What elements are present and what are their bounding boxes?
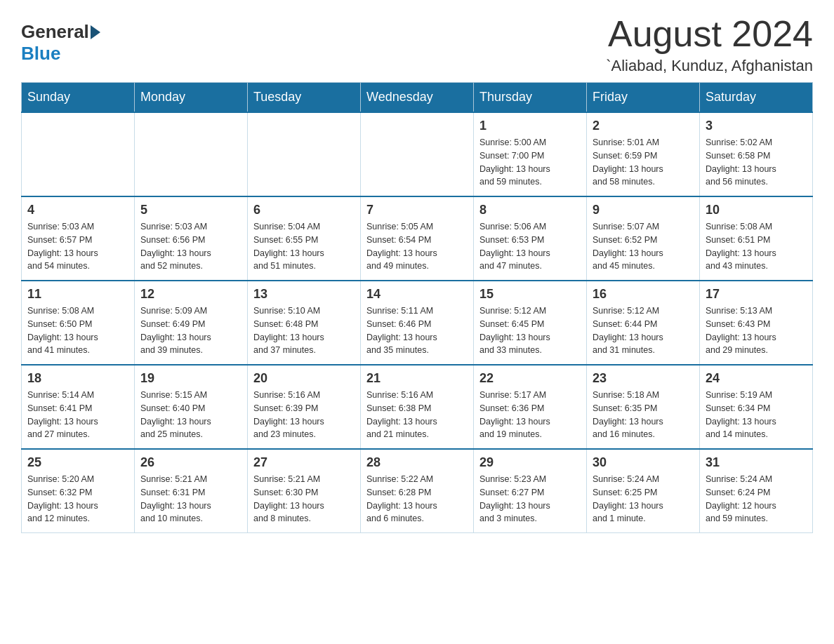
- day-number: 16: [593, 287, 694, 302]
- day-info: Sunrise: 5:09 AM Sunset: 6:49 PM Dayligh…: [140, 304, 241, 357]
- calendar-cell: [22, 112, 135, 196]
- day-info: Sunrise: 5:08 AM Sunset: 6:51 PM Dayligh…: [706, 220, 807, 273]
- day-info: Sunrise: 5:10 AM Sunset: 6:48 PM Dayligh…: [253, 304, 355, 357]
- day-number: 10: [706, 203, 807, 217]
- day-number: 1: [479, 119, 581, 133]
- calendar-cell: 5Sunrise: 5:03 AM Sunset: 6:56 PM Daylig…: [135, 196, 248, 281]
- day-info: Sunrise: 5:14 AM Sunset: 6:41 PM Dayligh…: [27, 389, 128, 441]
- day-number: 27: [253, 455, 355, 470]
- day-number: 13: [253, 287, 355, 302]
- day-number: 25: [27, 455, 128, 470]
- location-title: `Aliabad, Kunduz, Afghanistan: [606, 57, 813, 75]
- calendar-cell: 21Sunrise: 5:16 AM Sunset: 6:38 PM Dayli…: [361, 365, 474, 449]
- day-number: 6: [253, 203, 355, 217]
- day-number: 24: [706, 371, 807, 386]
- column-header-tuesday: Tuesday: [248, 83, 361, 113]
- column-header-thursday: Thursday: [474, 83, 587, 113]
- day-number: 2: [593, 119, 694, 133]
- day-number: 4: [27, 203, 128, 217]
- calendar-cell: 16Sunrise: 5:12 AM Sunset: 6:44 PM Dayli…: [587, 281, 700, 365]
- day-info: Sunrise: 5:05 AM Sunset: 6:54 PM Dayligh…: [366, 220, 468, 273]
- day-number: 22: [479, 371, 581, 386]
- calendar-cell: 27Sunrise: 5:21 AM Sunset: 6:30 PM Dayli…: [248, 449, 361, 533]
- day-number: 26: [140, 455, 241, 470]
- day-info: Sunrise: 5:03 AM Sunset: 6:57 PM Dayligh…: [27, 220, 128, 273]
- day-number: 5: [140, 203, 241, 217]
- logo-blue-text: Blue: [21, 43, 100, 65]
- day-info: Sunrise: 5:18 AM Sunset: 6:35 PM Dayligh…: [593, 389, 694, 441]
- day-info: Sunrise: 5:12 AM Sunset: 6:44 PM Dayligh…: [593, 304, 694, 357]
- day-info: Sunrise: 5:22 AM Sunset: 6:28 PM Dayligh…: [366, 473, 468, 525]
- day-number: 3: [706, 119, 807, 133]
- calendar-cell: 2Sunrise: 5:01 AM Sunset: 6:59 PM Daylig…: [587, 112, 700, 196]
- day-number: 9: [593, 203, 694, 217]
- day-info: Sunrise: 5:01 AM Sunset: 6:59 PM Dayligh…: [593, 136, 694, 189]
- day-info: Sunrise: 5:02 AM Sunset: 6:58 PM Dayligh…: [706, 136, 807, 189]
- day-info: Sunrise: 5:21 AM Sunset: 6:30 PM Dayligh…: [253, 473, 355, 525]
- calendar-week-row: 18Sunrise: 5:14 AM Sunset: 6:41 PM Dayli…: [22, 365, 813, 449]
- day-number: 21: [366, 371, 468, 386]
- calendar-cell: 13Sunrise: 5:10 AM Sunset: 6:48 PM Dayli…: [248, 281, 361, 365]
- calendar-cell: 3Sunrise: 5:02 AM Sunset: 6:58 PM Daylig…: [700, 112, 813, 196]
- calendar-week-row: 11Sunrise: 5:08 AM Sunset: 6:50 PM Dayli…: [22, 281, 813, 365]
- day-info: Sunrise: 5:21 AM Sunset: 6:31 PM Dayligh…: [140, 473, 241, 525]
- logo: General Blue: [21, 21, 100, 65]
- calendar-cell: 10Sunrise: 5:08 AM Sunset: 6:51 PM Dayli…: [700, 196, 813, 281]
- calendar-cell: 6Sunrise: 5:04 AM Sunset: 6:55 PM Daylig…: [248, 196, 361, 281]
- calendar-cell: 20Sunrise: 5:16 AM Sunset: 6:39 PM Dayli…: [248, 365, 361, 449]
- day-number: 23: [593, 371, 694, 386]
- day-number: 19: [140, 371, 241, 386]
- calendar-week-row: 4Sunrise: 5:03 AM Sunset: 6:57 PM Daylig…: [22, 196, 813, 281]
- calendar-cell: 23Sunrise: 5:18 AM Sunset: 6:35 PM Dayli…: [587, 365, 700, 449]
- day-info: Sunrise: 5:24 AM Sunset: 6:25 PM Dayligh…: [593, 473, 694, 525]
- calendar-cell: 26Sunrise: 5:21 AM Sunset: 6:31 PM Dayli…: [135, 449, 248, 533]
- calendar-cell: 30Sunrise: 5:24 AM Sunset: 6:25 PM Dayli…: [587, 449, 700, 533]
- day-info: Sunrise: 5:16 AM Sunset: 6:39 PM Dayligh…: [253, 389, 355, 441]
- calendar-week-row: 25Sunrise: 5:20 AM Sunset: 6:32 PM Dayli…: [22, 449, 813, 533]
- calendar-cell: [361, 112, 474, 196]
- day-number: 31: [706, 455, 807, 470]
- column-header-saturday: Saturday: [700, 83, 813, 113]
- calendar-cell: 22Sunrise: 5:17 AM Sunset: 6:36 PM Dayli…: [474, 365, 587, 449]
- day-info: Sunrise: 5:03 AM Sunset: 6:56 PM Dayligh…: [140, 220, 241, 273]
- calendar-cell: 28Sunrise: 5:22 AM Sunset: 6:28 PM Dayli…: [361, 449, 474, 533]
- month-title: August 2024: [606, 14, 813, 54]
- day-info: Sunrise: 5:08 AM Sunset: 6:50 PM Dayligh…: [27, 304, 128, 357]
- day-number: 29: [479, 455, 581, 470]
- calendar-table: SundayMondayTuesdayWednesdayThursdayFrid…: [21, 82, 813, 533]
- day-number: 14: [366, 287, 468, 302]
- column-header-monday: Monday: [135, 83, 248, 113]
- day-info: Sunrise: 5:11 AM Sunset: 6:46 PM Dayligh…: [366, 304, 468, 357]
- day-number: 12: [140, 287, 241, 302]
- day-number: 11: [27, 287, 128, 302]
- calendar-cell: 14Sunrise: 5:11 AM Sunset: 6:46 PM Dayli…: [361, 281, 474, 365]
- calendar-cell: 9Sunrise: 5:07 AM Sunset: 6:52 PM Daylig…: [587, 196, 700, 281]
- page-header: General Blue August 2024 `Aliabad, Kundu…: [21, 14, 813, 75]
- day-info: Sunrise: 5:00 AM Sunset: 7:00 PM Dayligh…: [479, 136, 581, 189]
- calendar-cell: 25Sunrise: 5:20 AM Sunset: 6:32 PM Dayli…: [22, 449, 135, 533]
- day-number: 7: [366, 203, 468, 217]
- column-header-wednesday: Wednesday: [361, 83, 474, 113]
- logo-arrow-icon: [91, 25, 100, 39]
- day-number: 8: [479, 203, 581, 217]
- calendar-cell: 11Sunrise: 5:08 AM Sunset: 6:50 PM Dayli…: [22, 281, 135, 365]
- day-number: 28: [366, 455, 468, 470]
- calendar-cell: 29Sunrise: 5:23 AM Sunset: 6:27 PM Dayli…: [474, 449, 587, 533]
- calendar-cell: 18Sunrise: 5:14 AM Sunset: 6:41 PM Dayli…: [22, 365, 135, 449]
- day-number: 18: [27, 371, 128, 386]
- day-info: Sunrise: 5:24 AM Sunset: 6:24 PM Dayligh…: [706, 473, 807, 525]
- calendar-header-row: SundayMondayTuesdayWednesdayThursdayFrid…: [22, 83, 813, 113]
- day-info: Sunrise: 5:07 AM Sunset: 6:52 PM Dayligh…: [593, 220, 694, 273]
- calendar-week-row: 1Sunrise: 5:00 AM Sunset: 7:00 PM Daylig…: [22, 112, 813, 196]
- day-info: Sunrise: 5:04 AM Sunset: 6:55 PM Dayligh…: [253, 220, 355, 273]
- calendar-cell: 24Sunrise: 5:19 AM Sunset: 6:34 PM Dayli…: [700, 365, 813, 449]
- calendar-cell: [248, 112, 361, 196]
- calendar-cell: 31Sunrise: 5:24 AM Sunset: 6:24 PM Dayli…: [700, 449, 813, 533]
- calendar-cell: 1Sunrise: 5:00 AM Sunset: 7:00 PM Daylig…: [474, 112, 587, 196]
- calendar-cell: 4Sunrise: 5:03 AM Sunset: 6:57 PM Daylig…: [22, 196, 135, 281]
- calendar-cell: [135, 112, 248, 196]
- day-number: 17: [706, 287, 807, 302]
- day-info: Sunrise: 5:12 AM Sunset: 6:45 PM Dayligh…: [479, 304, 581, 357]
- day-info: Sunrise: 5:15 AM Sunset: 6:40 PM Dayligh…: [140, 389, 241, 441]
- calendar-cell: 17Sunrise: 5:13 AM Sunset: 6:43 PM Dayli…: [700, 281, 813, 365]
